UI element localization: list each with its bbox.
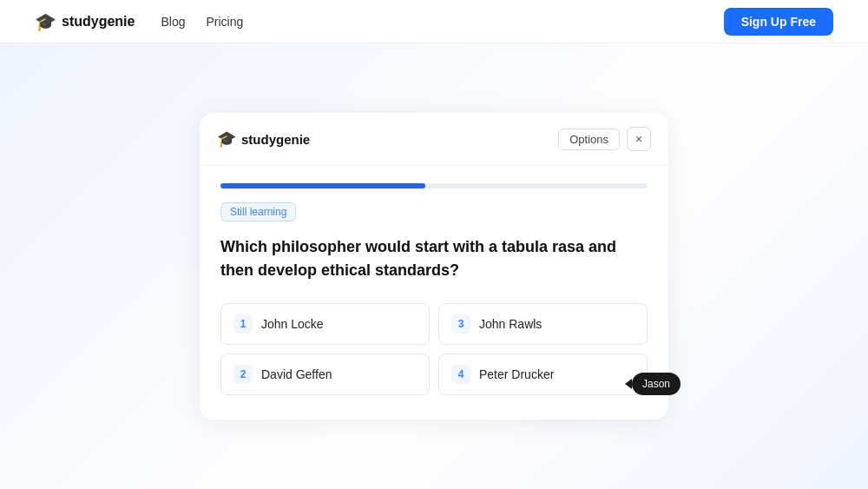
progress-bar-track bbox=[220, 183, 648, 188]
answer-option-2[interactable]: 2 David Geffen bbox=[220, 354, 430, 395]
option-text-3: John Rawls bbox=[479, 317, 542, 331]
card-actions: Options × bbox=[558, 127, 651, 151]
answer-option-3[interactable]: 3 John Rawls bbox=[438, 303, 648, 345]
option-num-1: 1 bbox=[233, 314, 253, 334]
user-tooltip: Jason bbox=[632, 373, 681, 395]
option-text-1: John Locke bbox=[261, 317, 324, 331]
card-header: 🎓 studygenie Options × bbox=[200, 113, 668, 166]
logo-text: studygenie bbox=[62, 14, 135, 30]
card-body: Still learning Which philosopher would s… bbox=[200, 166, 668, 420]
main-content: 🎓 studygenie Options × Still learning Wh… bbox=[0, 43, 868, 420]
close-button[interactable]: × bbox=[627, 127, 651, 151]
option-text-4: Peter Drucker bbox=[479, 367, 554, 381]
signup-button[interactable]: Sign Up Free bbox=[724, 8, 833, 36]
option-num-3: 3 bbox=[451, 314, 470, 334]
answer-grid: 1 John Locke 3 John Rawls 2 David Geffen… bbox=[220, 303, 648, 395]
logo-hat-icon: 🎓 bbox=[35, 11, 56, 32]
card-logo-hat-icon: 🎓 bbox=[217, 129, 236, 149]
nav-link-blog[interactable]: Blog bbox=[161, 15, 185, 29]
progress-bar-fill bbox=[220, 183, 425, 188]
navbar: 🎓 studygenie Blog Pricing Sign Up Free bbox=[0, 0, 868, 43]
nav-logo: 🎓 studygenie bbox=[35, 11, 135, 32]
answer-option-1[interactable]: 1 John Locke bbox=[220, 303, 430, 345]
nav-links: Blog Pricing bbox=[161, 15, 723, 29]
option-num-4: 4 bbox=[451, 365, 470, 384]
card-logo: 🎓 studygenie bbox=[217, 129, 310, 149]
card-logo-text: studygenie bbox=[241, 132, 310, 147]
options-button[interactable]: Options bbox=[558, 129, 620, 150]
option-num-2: 2 bbox=[233, 365, 253, 384]
option-text-2: David Geffen bbox=[261, 367, 332, 381]
question-text: Which philosopher would start with a tab… bbox=[220, 235, 648, 282]
quiz-card: 🎓 studygenie Options × Still learning Wh… bbox=[200, 113, 668, 420]
nav-link-pricing[interactable]: Pricing bbox=[207, 15, 244, 29]
answer-option-4[interactable]: 4 Peter Drucker bbox=[438, 354, 648, 395]
status-badge: Still learning bbox=[220, 202, 296, 221]
